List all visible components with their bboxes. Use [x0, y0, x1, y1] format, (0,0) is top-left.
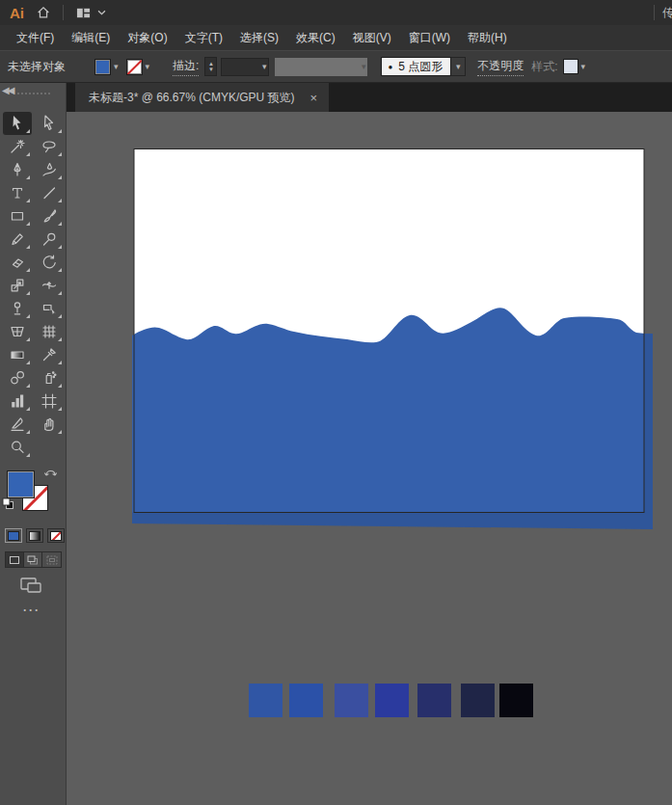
blue-swatch-6[interactable]: [461, 684, 495, 717]
screen-mode-icon[interactable]: [19, 577, 44, 597]
gradient-tool[interactable]: [3, 343, 32, 366]
perspective-grid-tool[interactable]: [3, 320, 32, 343]
app-bar: Ai 传: [0, 0, 672, 25]
stroke-chevron-down-icon[interactable]: ▾: [146, 62, 150, 71]
blue-swatch-4[interactable]: [375, 684, 409, 717]
slice-tool[interactable]: [3, 413, 32, 436]
home-icon[interactable]: [32, 3, 55, 22]
color-swatch-row: [249, 684, 533, 717]
mesh-tool[interactable]: [35, 320, 64, 343]
blue-swatch-7[interactable]: [499, 684, 533, 717]
zoom-tool[interactable]: [3, 436, 32, 459]
brush-name: 5 点圆形: [398, 59, 443, 75]
brush-chevron-down-icon[interactable]: ▾: [451, 57, 466, 76]
width-profile-dropdown: ▾: [275, 58, 367, 76]
default-fill-stroke-icon[interactable]: [2, 497, 14, 513]
workspace-chevron-down-icon[interactable]: [94, 3, 108, 22]
style-swatch[interactable]: [563, 59, 578, 74]
menu-item[interactable]: 效果(C): [287, 26, 344, 50]
symbol-sprayer-tool[interactable]: [35, 366, 64, 389]
scale-tool[interactable]: [3, 274, 32, 297]
rectangle-tool[interactable]: [3, 204, 32, 228]
tools-panel: ◀◀: [0, 83, 67, 805]
rotate-tool[interactable]: [35, 251, 64, 274]
blue-swatch-5[interactable]: [417, 684, 451, 717]
none-button[interactable]: [47, 528, 65, 543]
menu-item[interactable]: 帮助(H): [459, 26, 516, 50]
color-type-buttons: [5, 528, 65, 543]
stroke-weight-stepper[interactable]: ▲▼: [204, 57, 217, 76]
topbar-right-divider: [654, 5, 655, 20]
eraser-tool[interactable]: [3, 251, 32, 274]
fill-color-swatch[interactable]: [94, 59, 111, 75]
swap-fill-stroke-icon[interactable]: [44, 467, 57, 480]
brush-preview-dot: ●: [388, 63, 392, 71]
stroke-weight-label[interactable]: 描边:: [173, 58, 199, 76]
selection-tool[interactable]: [3, 112, 32, 135]
edit-toolbar-ellipsis[interactable]: ···: [23, 604, 40, 617]
line-segment-tool[interactable]: [35, 181, 64, 204]
menu-item[interactable]: 选择(S): [231, 26, 287, 50]
fill-chevron-down-icon[interactable]: ▾: [114, 62, 119, 71]
menu-item[interactable]: 文件(F): [8, 26, 63, 50]
blue-swatch-1[interactable]: [249, 684, 282, 717]
drawing-mode-buttons: [5, 551, 62, 568]
width-profile-chevron-down-icon: ▾: [362, 62, 366, 71]
menu-bar: 文件(F)编辑(E)对象(O)文字(T)选择(S)效果(C)视图(V)窗口(W)…: [0, 25, 672, 50]
selection-status-label: 未选择对象: [8, 59, 66, 75]
menu-item[interactable]: 视图(V): [344, 26, 400, 50]
brush-definition-dropdown[interactable]: ● 5 点圆形: [381, 57, 451, 76]
panel-grip-handle[interactable]: [17, 93, 50, 94]
menu-item[interactable]: 编辑(E): [63, 26, 119, 50]
column-graph-tool[interactable]: [3, 389, 32, 413]
shape-builder-tool[interactable]: [35, 297, 64, 320]
draw-behind-button[interactable]: [24, 552, 42, 567]
fill-indicator[interactable]: [7, 470, 35, 498]
blend-tool[interactable]: [3, 366, 32, 389]
collapse-panel-icon[interactable]: ◀◀: [2, 85, 13, 95]
artboard-tool[interactable]: [35, 389, 64, 413]
type-tool[interactable]: [3, 181, 32, 204]
menu-item[interactable]: 窗口(W): [400, 26, 459, 50]
document-tab[interactable]: 未标题-3* @ 66.67% (CMYK/GPU 预览) ×: [75, 83, 329, 112]
eyedropper-tool[interactable]: [35, 343, 64, 366]
stroke-weight-chevron-down-icon: ▾: [262, 62, 267, 71]
lasso-tool[interactable]: [35, 135, 64, 158]
draw-inside-button[interactable]: [42, 552, 61, 567]
illustrator-logo: Ai: [10, 5, 24, 21]
blue-swatch-3[interactable]: [335, 684, 368, 717]
workspace-switcher-icon[interactable]: [71, 3, 94, 22]
curvature-tool[interactable]: [35, 158, 64, 181]
pencil-tool[interactable]: [3, 228, 32, 251]
style-label: 样式:: [531, 59, 557, 75]
blue-swatch-2[interactable]: [289, 684, 323, 717]
illustrator-window: Ai 传 文件(F)编辑(E)对象(O)文字(T)选择(S)效果(C)视图(V)…: [0, 0, 672, 805]
gradient-button[interactable]: [26, 528, 43, 543]
paintbrush-tool[interactable]: [35, 204, 64, 228]
pen-tool[interactable]: [3, 158, 32, 181]
direct-selection-tool[interactable]: [35, 112, 64, 135]
opacity-label[interactable]: 不透明度: [477, 58, 524, 76]
puppet-warp-tool[interactable]: [3, 297, 32, 320]
draw-normal-button[interactable]: [6, 552, 24, 567]
topbar-partial-text: 传: [662, 5, 672, 21]
tab-close-icon[interactable]: ×: [309, 91, 320, 105]
width-tool[interactable]: [35, 274, 64, 297]
color-button[interactable]: [5, 528, 22, 543]
control-bar: 未选择对象 ▾ ▾ 描边: ▲▼ ▾ ▾ ● 5 点圆形 ▾ 不透明度 样式: …: [0, 50, 672, 83]
wave-shape[interactable]: [132, 308, 653, 529]
hand-tool[interactable]: [35, 413, 64, 436]
document-tab-bar: 未标题-3* @ 66.67% (CMYK/GPU 预览) ×: [67, 83, 672, 112]
document-tab-title: 未标题-3* @ 66.67% (CMYK/GPU 预览): [89, 90, 295, 106]
stroke-weight-dropdown[interactable]: ▾: [221, 58, 269, 76]
topbar-divider: [63, 5, 64, 20]
menu-item[interactable]: 对象(O): [119, 26, 175, 50]
artboard-artwork[interactable]: [132, 148, 658, 536]
fill-stroke-control: [0, 467, 67, 524]
shaper-tool[interactable]: [35, 228, 64, 251]
menu-item[interactable]: 文字(T): [176, 26, 231, 50]
style-chevron-down-icon[interactable]: ▾: [581, 62, 586, 71]
stroke-color-swatch[interactable]: [126, 59, 143, 75]
magic-wand-tool[interactable]: [3, 135, 32, 158]
